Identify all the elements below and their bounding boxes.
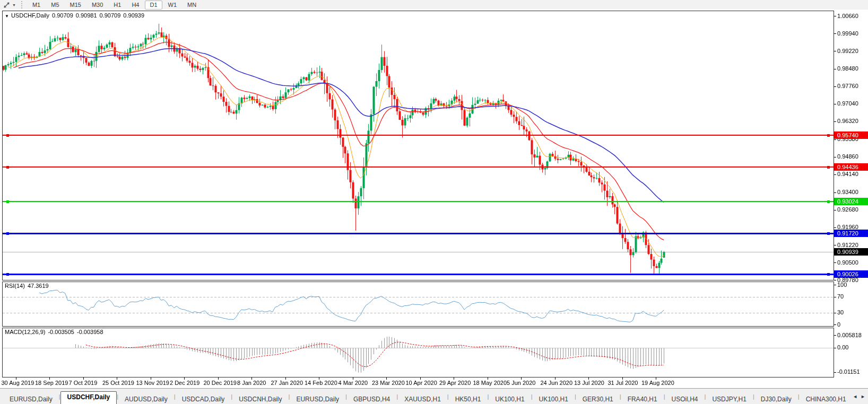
chart-symbol: USDCHF,Daily (11, 12, 49, 19)
line-handle-right[interactable] (827, 166, 830, 169)
chart-tab-15-dj30-daily[interactable]: DJ30,Daily (754, 394, 798, 404)
horizontal-level-line-0.90026[interactable] (3, 274, 834, 275)
chart-tab-2-audusd-daily[interactable]: AUDUSD,Daily (118, 394, 174, 404)
chart-tab-6-gbpusd-h4[interactable]: GBPUSD,H4 (347, 394, 396, 404)
line-handle-left[interactable] (6, 273, 9, 276)
tab-scroll-right-icon[interactable]: ► (861, 394, 865, 399)
price-tick-0.93400: 0.93400 (837, 189, 858, 196)
macd-label: MACD(12,26,9)-0.003505-0.003958 (5, 329, 103, 335)
date-tick-1: 18 Sep 2019 (35, 380, 68, 386)
current-price-badge: 0.90939 (834, 248, 868, 256)
price-level-badge-0.93024: 0.93024 (834, 198, 868, 205)
price-tick-0.94140: 0.94140 (837, 171, 858, 178)
chart-tab-7-xauusd-h1[interactable]: XAUUSD,H1 (398, 394, 447, 404)
rsi-tick-30: 30 (837, 309, 844, 316)
date-tick-6: 20 Dec 2019 (204, 380, 237, 386)
line-handle-right[interactable] (827, 134, 830, 137)
ohlc-close: 0.90939 (123, 12, 144, 19)
line-handle-right[interactable] (827, 273, 830, 276)
price-tick-0.90500: 0.90500 (837, 259, 858, 266)
chart-tab-13-usoil-h4[interactable]: USOil,H4 (665, 394, 705, 404)
chart-tab-12-fra40-h1[interactable]: FRA40,H1 (621, 394, 664, 404)
chart-tab-14-usdjpy-h1[interactable]: USDJPY,H1 (706, 394, 752, 404)
chart-tab-1-usdchf-daily[interactable]: USDCHF,Daily (60, 391, 117, 404)
chart-tab-8-hk50-h1[interactable]: HK50,H1 (449, 394, 488, 404)
date-tick-10: 4 Mar 2020 (338, 380, 368, 386)
ohlc-open: 0.90709 (52, 12, 73, 19)
mt4-window: ▼ M1M5M15M30H1H4D1W1MN ▼USDCHF,Daily0.90… (0, 0, 868, 404)
macd-signal-value: -0.003958 (77, 329, 103, 335)
date-tick-9: 14 Feb 2020 (305, 380, 337, 386)
rsi-label: RSI(14)47.3619 (5, 283, 49, 289)
date-tick-13: 29 Apr 2020 (439, 380, 471, 386)
date-tick-11: 23 Mar 2020 (372, 380, 405, 386)
date-tick-7: 8 Jan 2020 (237, 380, 266, 386)
macd-tick--0.01151: -0.01151 (837, 368, 860, 375)
line-handle-left[interactable] (6, 200, 9, 203)
date-tick-18: 31 Jul 2020 (608, 380, 638, 386)
price-tick-0.97040: 0.97040 (837, 100, 858, 107)
date-tick-4: 13 Nov 2019 (136, 380, 169, 386)
date-tick-14: 18 May 2020 (473, 380, 507, 386)
chart-tab-9-uk100-h1[interactable]: UK100,H1 (489, 394, 531, 404)
chart-tab-4-usdcnh-daily[interactable]: USDCNH,Daily (232, 394, 288, 404)
chart-tabs-bar: EURUSD,Daily|USDCHF,Daily|AUDUSD,Daily|U… (0, 388, 868, 404)
line-handle-left[interactable] (6, 134, 9, 137)
ohlc-low: 0.90709 (100, 12, 121, 19)
ohlc-high: 0.90981 (76, 12, 97, 19)
price-tick-0.99940: 0.99940 (837, 30, 858, 37)
rsi-value: 47.3619 (28, 283, 49, 289)
rsi-name: RSI(14) (5, 283, 25, 289)
chart-tab-0-eurusd-daily[interactable]: EURUSD,Daily (3, 394, 59, 404)
price-tick-0.97760: 0.97760 (837, 83, 858, 90)
date-tick-19: 19 Aug 2020 (641, 380, 674, 386)
macd-tick-0.005818: 0.005818 (837, 332, 862, 339)
price-level-badge-0.90026: 0.90026 (834, 270, 868, 278)
price-level-badge-0.95740: 0.95740 (834, 131, 868, 139)
horizontal-level-line-0.93024[interactable] (3, 201, 834, 202)
price-tick-0.92680: 0.92680 (837, 206, 858, 213)
chart-tab-11-ger30-h1[interactable]: GER30,H1 (576, 394, 620, 404)
date-tick-16: 24 Jun 2020 (541, 380, 573, 386)
date-tick-17: 13 Jul 2020 (574, 380, 604, 386)
date-tick-5: 2 Dec 2019 (170, 380, 199, 386)
price-tick-0.98480: 0.98480 (837, 65, 858, 72)
date-tick-15: 5 Jun 2020 (507, 380, 535, 386)
horizontal-level-line-0.95740[interactable] (3, 135, 834, 136)
price-tick-0.99220: 0.99220 (837, 48, 858, 55)
price-tick-0.96320: 0.96320 (837, 118, 858, 125)
rsi-tick-70: 70 (837, 293, 844, 300)
macd-name: MACD(12,26,9) (5, 329, 45, 335)
horizontal-level-line-0.94436[interactable] (3, 166, 834, 168)
tab-scroll-left-icon[interactable]: ◄ (853, 394, 857, 399)
date-tick-2: 7 Oct 2019 (69, 380, 98, 386)
line-handle-left[interactable] (6, 232, 9, 235)
chart-tab-16-china300-h1[interactable]: CHINA300,H1 (800, 394, 850, 404)
price-level-badge-0.94436: 0.94436 (834, 163, 868, 171)
date-tick-0: 30 Aug 2019 (2, 380, 34, 386)
chart-tab-5-eurusd-daily[interactable]: EURUSD,Daily (290, 394, 345, 404)
macd-main-value: -0.003505 (48, 329, 74, 335)
chart-tab-10-uk100-h1[interactable]: UK100,H1 (533, 394, 575, 404)
line-handle-right[interactable] (827, 232, 830, 235)
date-tick-3: 25 Oct 2019 (102, 380, 134, 386)
rsi-tick-0: 0 (837, 321, 840, 328)
price-tick-1.00660: 1.00660 (837, 13, 858, 20)
chart-canvas[interactable] (0, 0, 868, 404)
macd-tick-0.00: 0.00 (837, 344, 848, 351)
chart-tab-3-usdcad-daily[interactable]: USDCAD,Daily (176, 394, 231, 404)
line-handle-left[interactable] (6, 166, 9, 169)
chart-title: ▼USDCHF,Daily0.907090.909810.907090.9093… (5, 12, 144, 19)
horizontal-level-line-0.91720[interactable] (3, 233, 834, 234)
price-tick-0.94860: 0.94860 (837, 153, 858, 160)
price-level-badge-0.91720: 0.91720 (834, 230, 868, 237)
date-tick-8: 27 Jan 2020 (271, 380, 303, 386)
rsi-tick-100: 100 (837, 282, 847, 288)
line-handle-right[interactable] (827, 200, 830, 203)
collapse-caret-icon[interactable]: ▼ (5, 14, 9, 19)
date-tick-12: 10 Apr 2020 (406, 380, 437, 386)
